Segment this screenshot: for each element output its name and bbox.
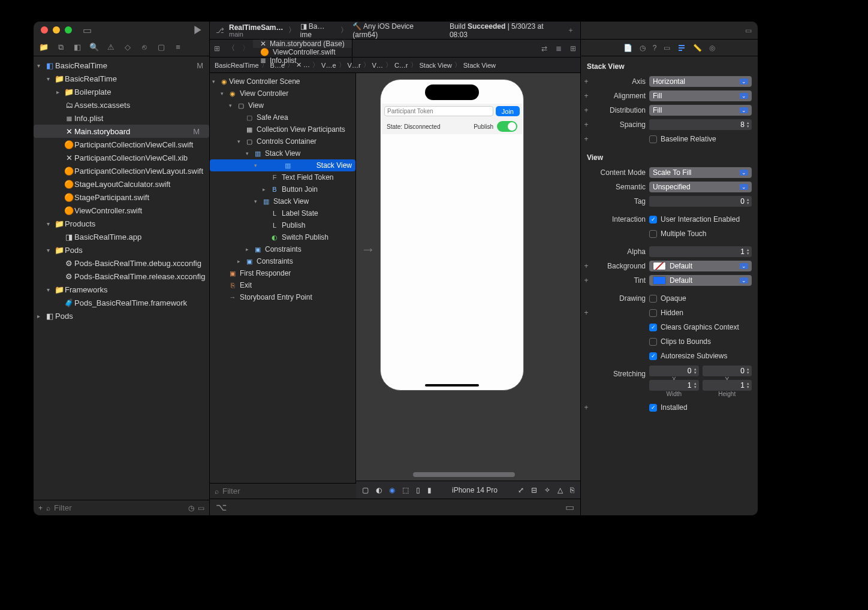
connections-inspector-icon[interactable]: ◎ (709, 44, 715, 52)
help-inspector-icon[interactable]: ? (653, 44, 657, 52)
debug-navigator-icon[interactable]: ⎋ (139, 43, 150, 52)
tree-item[interactable]: 🟠ParticipantCollectionViewLayout.swift (34, 164, 209, 177)
outline-item[interactable]: ◐Switch Publish (210, 231, 355, 243)
outline-item[interactable]: FText Field Token (210, 171, 355, 183)
tree-item[interactable]: ≣Info.plist (34, 111, 209, 125)
jump-bar-segment[interactable]: V…r (348, 62, 361, 69)
scheme-selector[interactable]: ◨ Ba…ime (300, 22, 336, 39)
axis-select[interactable]: Horizontal⌄ (649, 76, 752, 87)
tree-item[interactable]: 🟠StageParticipant.swift (34, 191, 209, 204)
alpha-field[interactable]: 1▴▾ (649, 246, 752, 257)
outline-item[interactable]: ▸▣Constraints (210, 243, 355, 255)
tag-field[interactable]: 0▴▾ (649, 196, 752, 207)
tree-item[interactable]: ✕ParticipantCollectionViewCell.xib (34, 151, 209, 164)
outline-toggle-icon[interactable]: ⊞ (210, 40, 224, 57)
project-tree[interactable]: ▾◧ BasicRealTime M ▾📁BasicRealTime▸📁Boil… (34, 56, 209, 500)
layout-icon[interactable]: ⬚ (402, 486, 409, 494)
scm-filter-icon[interactable]: ▭ (198, 504, 204, 512)
jump-bar-segment[interactable]: C…r (394, 62, 408, 69)
tree-item[interactable]: ✕Main.storyboardM (34, 125, 209, 138)
appearance-icon[interactable]: ◐ (376, 486, 382, 494)
tint-select[interactable]: Default⌄ (649, 275, 752, 286)
user-interaction-checkbox[interactable]: ✓ (649, 216, 657, 224)
outline-item[interactable]: ▦Collection View Participants (210, 123, 355, 135)
add-editor-icon[interactable]: ⊞ (566, 40, 580, 57)
tree-item[interactable]: 🧳Pods_BasicRealTime.framework (34, 296, 209, 309)
adjust-editor-icon[interactable]: ≣ (551, 40, 566, 57)
outline-item[interactable]: ⎘Exit (210, 279, 355, 291)
jump-bar-segment[interactable]: Stack View (420, 62, 452, 69)
symbol-navigator-icon[interactable]: ◧ (72, 43, 83, 52)
tree-item[interactable]: ▸◧Pods (34, 309, 209, 322)
jump-bar[interactable]: BasicRealTime〉B…e〉✕ …〉V…e〉V…r〉V…〉C…r〉Sta… (210, 58, 580, 73)
outline-item[interactable]: ▾◉View Controller (210, 87, 355, 99)
orientation-icon[interactable]: ◉ (389, 486, 395, 494)
outline-scene[interactable]: ▾◉ View Controller Scene (210, 76, 355, 87)
outline-item[interactable]: ▾▥Stack View (210, 195, 355, 207)
outline-item[interactable]: ▸BButton Join (210, 183, 355, 195)
device-name[interactable]: iPhone 14 Pro (452, 486, 498, 494)
outline-item[interactable]: ▣First Responder (210, 267, 355, 279)
navigator-filter-input[interactable] (54, 503, 185, 512)
device-icon[interactable]: ▯ (416, 486, 420, 494)
jump-bar-segment[interactable]: V…e (321, 62, 336, 69)
zoom-window-button[interactable] (65, 26, 72, 34)
hidden-checkbox[interactable] (649, 309, 657, 317)
stretch-y-field[interactable]: 0▴▾ (703, 366, 752, 376)
editor-tab[interactable]: 🟠ViewController.swift (253, 48, 352, 56)
tree-item[interactable]: ⚙Pods-BasicRealTime.debug.xcconfig (34, 256, 209, 270)
library-plus-icon[interactable]: ▭ (745, 26, 752, 35)
attributes-inspector-icon[interactable] (677, 44, 686, 52)
back-button[interactable]: 〈 (224, 40, 239, 57)
outline-item[interactable]: LLabel State (210, 207, 355, 219)
outline-item[interactable]: →Storyboard Entry Point (210, 291, 355, 303)
semantic-select[interactable]: Unspecified⌄ (649, 182, 752, 192)
identity-inspector-icon[interactable]: ▭ (664, 44, 670, 52)
report-navigator-icon[interactable]: ≡ (173, 43, 183, 52)
sidebar-toggle-icon[interactable]: ▭ (83, 25, 92, 36)
tree-root[interactable]: ▾◧ BasicRealTime M (34, 59, 209, 72)
outline-item[interactable]: LPublish (210, 219, 355, 231)
outline-item[interactable]: ▾▥Stack View (210, 147, 355, 159)
issue-navigator-icon[interactable]: ⚠ (106, 43, 116, 52)
publish-switch[interactable] (497, 121, 517, 132)
device-iphone-icon[interactable]: ▮ (427, 486, 432, 494)
spacing-field[interactable]: 8▴▾ (649, 119, 752, 130)
alignment-select[interactable]: Fill⌄ (649, 90, 752, 101)
find-navigator-icon[interactable]: 🔍 (89, 43, 100, 52)
tree-item[interactable]: 🟠ParticipantCollectionViewCell.swift (34, 138, 209, 151)
size-inspector-icon[interactable]: 📏 (693, 44, 702, 52)
source-control-navigator-icon[interactable]: ⧉ (55, 43, 66, 52)
outline-item[interactable]: ▸▣Constraints (210, 255, 355, 267)
jump-bar-segment[interactable]: ✕ … (296, 61, 310, 69)
tree-item[interactable]: ◨BasicRealTime.app (34, 230, 209, 243)
project-navigator-icon[interactable]: 📁 (38, 43, 49, 52)
join-button[interactable]: Join (496, 106, 520, 116)
zoom-icon[interactable]: ⤢ (518, 486, 524, 494)
debug-console-icon[interactable]: ⌥ (216, 502, 227, 513)
outline-item[interactable]: ▾▢Controls Container (210, 135, 355, 147)
close-window-button[interactable] (41, 26, 48, 34)
forward-button[interactable]: 〉 (239, 40, 253, 57)
stretch-x-field[interactable]: 0▴▾ (649, 366, 699, 376)
recent-filter-icon[interactable]: ◷ (188, 504, 194, 512)
resolve-issues-icon[interactable]: △ (557, 486, 563, 494)
tree-item[interactable]: 🗂Assets.xcassets (34, 98, 209, 111)
outline-item[interactable]: ▾▢View (210, 99, 355, 111)
jump-bar-segment[interactable]: V… (372, 62, 383, 69)
run-button[interactable] (194, 26, 202, 34)
code-review-icon[interactable]: ⇄ (537, 40, 551, 57)
contentmode-select[interactable]: Scale To Fill⌄ (649, 167, 752, 178)
outline-item[interactable]: ▾▥Stack View (210, 159, 355, 171)
tree-item[interactable]: ▾📁Products (34, 217, 209, 230)
plus-icon[interactable]: + (582, 77, 590, 86)
background-select[interactable]: Default⌄ (649, 261, 752, 271)
library-button[interactable]: ＋ (567, 25, 574, 35)
installed-checkbox[interactable]: ✓ (649, 404, 657, 412)
align-icon[interactable]: ⊟ (531, 486, 537, 494)
outline-filter-input[interactable] (222, 487, 351, 496)
jump-bar-segment[interactable]: B…e (270, 62, 285, 69)
opaque-checkbox[interactable] (649, 295, 657, 303)
tree-item[interactable]: 🟠StageLayoutCalculator.swift (34, 177, 209, 191)
branch-icon[interactable]: ⎇ (216, 26, 224, 35)
